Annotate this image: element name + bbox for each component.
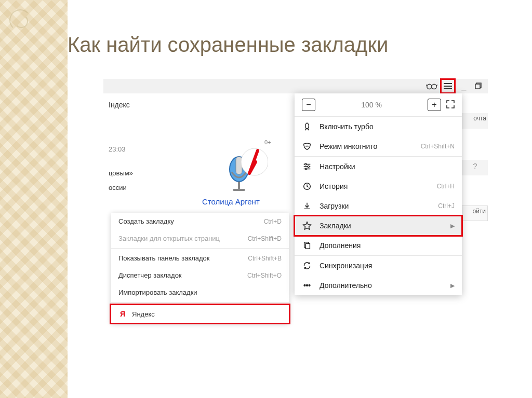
text-fragment-1: цовым» [109, 169, 133, 177]
menu-item-label: Включить турбо [320, 122, 455, 131]
menu-incognito[interactable]: Режим инкогнито Ctrl+Shift+N [295, 136, 462, 156]
submenu-bookmark-open-pages[interactable]: Закладки для открытых страниц Ctrl+Shift… [111, 230, 289, 247]
browser-topbar: _ [103, 79, 488, 93]
submenu-item-label: Импортировать закладки [118, 289, 197, 296]
submenu-yandex-folder[interactable]: ЯЯндекс [110, 304, 290, 324]
clock-icon [302, 182, 312, 191]
slide-title: Как найти сохраненные закладки [68, 33, 388, 57]
zoom-out-button[interactable]: − [302, 99, 315, 111]
shortcut-label: Ctrl+Shift+D [248, 235, 282, 242]
submenu-import-bookmarks[interactable]: Импортировать закладки [111, 284, 289, 301]
svg-point-10 [308, 166, 309, 167]
sync-icon [302, 261, 312, 270]
sliders-icon [302, 162, 312, 171]
chevron-right-icon: ▶ [450, 223, 455, 229]
minimize-button[interactable]: _ [458, 80, 470, 92]
menu-downloads[interactable]: Загрузки Ctrl+J [295, 196, 462, 216]
shortcut-label: Ctrl+Shift+O [247, 272, 282, 279]
menu-settings[interactable]: Настройки [295, 157, 462, 176]
svg-rect-6 [238, 182, 240, 189]
help-button[interactable]: ? [462, 160, 488, 172]
mask-icon [302, 142, 312, 151]
mail-link-fragment[interactable]: очта [462, 113, 488, 123]
svg-point-1 [432, 84, 436, 89]
svg-point-17 [309, 285, 310, 286]
yandex-icon: Я [118, 310, 127, 318]
fullscreen-button[interactable] [446, 100, 455, 110]
svg-point-15 [304, 285, 305, 286]
svg-rect-14 [305, 243, 310, 249]
main-menu: − 100 % + Включить турбо Режим инкогнито… [295, 93, 462, 295]
shortcut-label: Ctrl+D [264, 218, 282, 225]
separator [111, 248, 289, 249]
download-icon [302, 201, 312, 211]
menu-item-label: Дополнительно [320, 281, 443, 290]
yandex-logo-mic [220, 142, 268, 194]
menu-item-label: Загрузки [320, 202, 431, 210]
zoom-in-button[interactable]: + [428, 99, 441, 111]
submenu-item-label: Диспетчер закладок [118, 271, 182, 279]
dots-icon [302, 281, 312, 290]
menu-extensions[interactable]: Дополнения [295, 236, 462, 255]
shortcut-label: Ctrl+J [438, 202, 455, 210]
decor-curl [9, 9, 31, 31]
submenu-item-label: Показывать панель закладок [118, 254, 210, 262]
star-icon [302, 221, 312, 230]
shortcut-label: Ctrl+Shift+N [421, 143, 455, 150]
svg-rect-3 [475, 84, 480, 89]
screenshot-canvas: _ Iндекс 23:03 0+ цовым» оссии Столица А… [103, 79, 488, 349]
reader-mode-icon[interactable] [425, 80, 438, 92]
login-button-fragment[interactable]: ойти [462, 206, 487, 216]
news-caption[interactable]: Столица Аргент [202, 197, 260, 206]
svg-point-0 [427, 84, 432, 89]
submenu-show-bookmarks-bar[interactable]: Показывать панель закладок Ctrl+Shift+B [111, 250, 289, 267]
submenu-item-label: Яндекс [132, 310, 155, 318]
hamburger-menu-button[interactable] [440, 78, 456, 94]
chevron-right-icon: ▶ [450, 282, 455, 289]
submenu-item-label: Создать закладку [118, 217, 174, 225]
menu-turbo[interactable]: Включить турбо [295, 117, 462, 136]
menu-item-label: Синхронизация [320, 262, 455, 270]
copy-icon [302, 241, 312, 250]
zoom-value: 100 % [321, 101, 422, 109]
menu-more[interactable]: Дополнительно ▶ [295, 276, 462, 295]
menu-sync[interactable]: Синхронизация [295, 256, 462, 276]
menu-item-label: Закладки [320, 222, 443, 230]
svg-rect-7 [233, 189, 245, 191]
menu-item-label: Режим инкогнито [320, 142, 414, 150]
menu-item-label: Настройки [320, 162, 455, 171]
shortcut-label: Ctrl+H [437, 183, 455, 190]
svg-point-16 [307, 285, 308, 286]
svg-point-11 [305, 168, 307, 170]
restore-button[interactable] [472, 80, 485, 92]
shortcut-label: Ctrl+Shift+B [248, 255, 282, 262]
menu-bookmarks[interactable]: Закладки ▶ [295, 216, 462, 236]
submenu-create-bookmark[interactable]: Создать закладку Ctrl+D [111, 213, 289, 230]
text-fragment-2: оссии [109, 184, 127, 191]
separator [111, 302, 289, 303]
svg-point-9 [305, 163, 307, 165]
zoom-controls: − 100 % + [295, 93, 462, 116]
submenu-bookmark-manager[interactable]: Диспетчер закладок Ctrl+Shift+O [111, 267, 289, 284]
tab-title: Iндекс [109, 101, 130, 109]
menu-item-label: Дополнения [320, 241, 455, 250]
submenu-item-label: Закладки для открытых страниц [118, 235, 220, 242]
menu-history[interactable]: История Ctrl+H [295, 176, 462, 196]
bookmarks-submenu: Создать закладку Ctrl+D Закладки для отк… [111, 213, 289, 323]
menu-item-label: История [320, 182, 430, 190]
rocket-icon [302, 122, 312, 131]
time-label: 23:03 [109, 145, 126, 153]
